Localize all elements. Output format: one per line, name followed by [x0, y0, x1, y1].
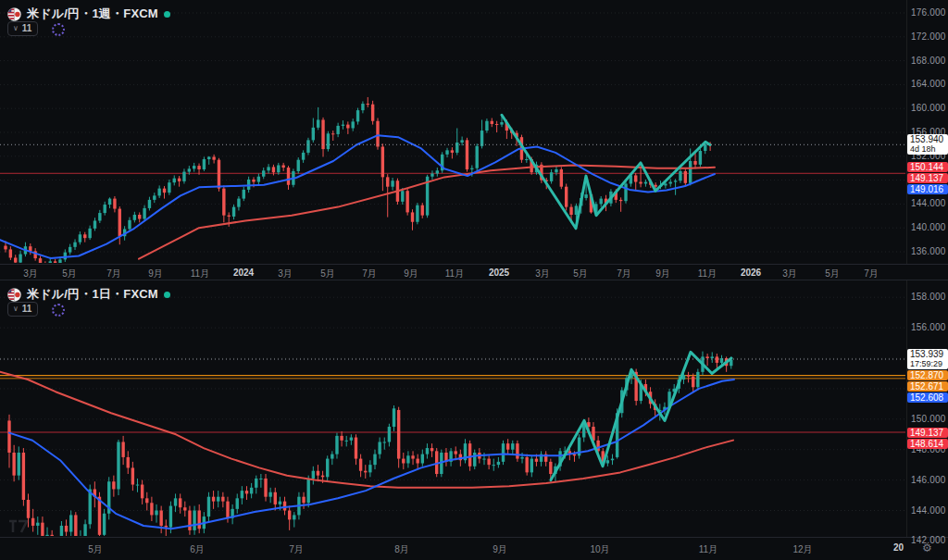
symbol-header-weekly: 米ドル/円・1週・FXCM — [7, 6, 170, 22]
time-axis-label: 7月 — [362, 268, 377, 280]
price-axis-label: 172.000 — [911, 31, 946, 42]
time-axis-label: 3月 — [278, 268, 293, 280]
chart-pane-daily[interactable] — [0, 297, 905, 560]
price-axis-label: 146.000 — [911, 475, 946, 485]
time-axis-label: 5月 — [825, 268, 840, 280]
price-tag[interactable]: 149.137 — [907, 173, 948, 183]
time-axis-label: 9月 — [148, 268, 163, 280]
time-axis-label: 2026 — [741, 268, 761, 278]
tradingview-multi-chart: 3月5月7月9月11月20243月5月7月9月11月20253月5月7月9月11… — [0, 0, 948, 560]
time-axis-label: 3月 — [782, 268, 797, 280]
time-axis-label: 7月 — [289, 543, 304, 556]
indicator-count: 11 — [22, 23, 32, 33]
time-axis-label: 2025 — [489, 268, 509, 278]
price-axis-label: 140.000 — [911, 222, 946, 232]
price-tag[interactable]: 152.870 — [907, 370, 948, 380]
chevron-down-icon: ∨ — [13, 305, 19, 313]
time-axis-settings-icon[interactable]: ⚙ — [922, 541, 932, 554]
price-tag[interactable]: 148.614 — [907, 439, 948, 449]
tradingview-logo-icon — [7, 518, 31, 535]
price-tag[interactable]: 149.137 — [907, 428, 948, 438]
time-axis-label: 5月 — [88, 543, 103, 556]
time-axis-label: 7月 — [864, 268, 879, 280]
time-axis-label: 7月 — [106, 268, 121, 280]
time-axis-label: 5月 — [573, 268, 588, 280]
indicators-collapse-chip-daily[interactable]: ∨ 11 — [7, 302, 38, 317]
time-axis-label: 7月 — [617, 268, 631, 280]
time-axis-label: 3月 — [535, 268, 550, 280]
time-axis-label: 5月 — [320, 268, 335, 280]
time-axis-weekly[interactable]: 3月5月7月9月11月20243月5月7月9月11月20253月5月7月9月11… — [0, 264, 948, 280]
price-tag[interactable]: 150.144 — [907, 162, 948, 172]
price-tag[interactable]: 152.608 — [907, 392, 948, 403]
market-open-dot — [164, 11, 170, 18]
time-axis-label: 10月 — [590, 543, 609, 556]
indicator-count: 11 — [22, 304, 32, 314]
price-axis-label: 160.000 — [911, 103, 946, 113]
market-open-dot — [164, 292, 170, 298]
time-axis-label: 11月 — [445, 268, 464, 280]
price-tag[interactable]: 153.9404d 18h — [907, 134, 948, 155]
usdjpy-flag-icon — [7, 288, 21, 302]
time-axis-daily[interactable]: 5月6月7月8月9月10月11月12月 — [0, 537, 948, 560]
time-axis-label: 9月 — [404, 268, 418, 280]
price-tag[interactable]: 153.93917:59:29 — [907, 349, 948, 369]
time-axis-label: 2024 — [233, 268, 254, 278]
price-axis-label: 156.000 — [911, 322, 946, 332]
usdjpy-flag-icon — [7, 7, 21, 21]
zigzag-indicator — [551, 352, 731, 479]
ma-red — [0, 372, 733, 488]
time-axis-label: 8月 — [394, 543, 409, 556]
pane-divider — [0, 280, 948, 280]
time-axis-label: 3月 — [23, 268, 38, 280]
indicators-collapse-chip-weekly[interactable]: ∨ 11 — [7, 21, 38, 36]
price-axis-label: 144.000 — [911, 505, 946, 516]
ma-blue — [0, 135, 715, 258]
price-tag[interactable]: 149.016 — [907, 184, 948, 194]
chevron-down-icon: ∨ — [13, 24, 19, 32]
loading-spinner-icon — [52, 23, 65, 36]
price-axis-label: 144.000 — [911, 198, 946, 208]
symbol-title[interactable]: 米ドル/円・1日・FXCM — [27, 286, 158, 303]
price-axis-label: 136.000 — [911, 246, 946, 256]
time-axis-label: 9月 — [493, 543, 507, 556]
loading-spinner-icon — [52, 304, 65, 317]
time-axis-label: 9月 — [655, 268, 670, 280]
time-axis-label: 12月 — [792, 543, 812, 556]
symbol-header-daily: 米ドル/円・1日・FXCM — [7, 286, 170, 303]
price-axis-label: 164.000 — [911, 79, 946, 89]
chart-pane-weekly[interactable] — [0, 13, 905, 275]
price-axis-label: 158.000 — [911, 292, 946, 302]
time-axis-next-year-label: 20 — [893, 542, 904, 553]
time-axis-label: 11月 — [698, 268, 717, 280]
time-axis-label: 11月 — [699, 543, 717, 556]
symbol-title[interactable]: 米ドル/円・1週・FXCM — [27, 6, 158, 22]
price-axis-label: 168.000 — [911, 56, 946, 66]
price-axis-label: 150.000 — [911, 414, 946, 424]
price-axis-label: 176.000 — [911, 7, 946, 18]
price-tag[interactable]: 152.671 — [907, 381, 948, 392]
time-axis-label: 6月 — [190, 543, 205, 556]
time-axis-label: 5月 — [62, 268, 77, 280]
time-axis-label: 11月 — [191, 268, 209, 280]
candlesticks — [7, 352, 732, 560]
candlesticks — [4, 97, 712, 275]
